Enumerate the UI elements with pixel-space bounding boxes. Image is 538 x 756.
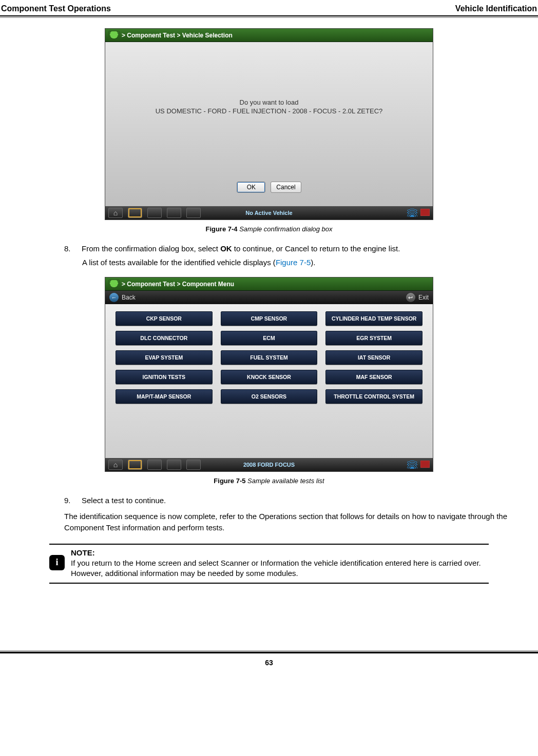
header-left: Component Test Operations [1,4,111,13]
caption-italic: Sample confirmation dialog box [238,225,333,233]
home-icon[interactable] [108,460,123,470]
component-menu-grid: CKP SENSOR CMP SENSOR CYLINDER HEAD TEMP… [116,311,422,404]
caption-bold: Figure 7-5 [214,477,245,485]
menu-cmp-sensor[interactable]: CMP SENSOR [221,311,318,326]
menu-cylinder-head-temp[interactable]: CYLINDER HEAD TEMP SENSOR [325,311,422,326]
dialog-prompt-line2: US DOMESTIC - FORD - FUEL INJECTION - 20… [156,107,383,115]
note-body: If you return to the Home screen and sel… [71,559,481,578]
menu-throttle-control[interactable]: THROTTLE CONTROL SYSTEM [325,389,422,404]
ok-button[interactable]: OK [237,182,265,193]
body-paragraph: The identification sequence is now compl… [64,511,538,533]
note-box: i NOTE: If you return to the Home screen… [49,548,489,584]
info-icon: i [49,555,65,570]
menu-maf-sensor[interactable]: MAF SENSOR [325,370,422,384]
figure-7-5: > Component Test > Component Menu ← Back… [0,277,538,472]
breadcrumb-text: > Component Test > Component Menu [122,281,234,288]
battery-icon [420,461,430,468]
breadcrumb-text: > Component Test > Vehicle Selection [122,32,233,39]
step-number: 9. [64,495,75,506]
screenshot-component-menu: > Component Test > Component Menu ← Back… [105,277,433,472]
caption-italic: Sample available tests list [245,477,324,485]
bottom-toolbar: No Active Vehicle [105,206,433,220]
menu-iat-sensor[interactable]: IAT SENSOR [325,350,422,365]
step-9-text: Select a test to continue. [82,495,166,506]
breadcrumb-bar: > Component Test > Vehicle Selection [105,29,433,42]
step-9: 9. Select a test to continue. [64,495,538,506]
breadcrumb-bar: > Component Test > Component Menu [105,277,433,291]
menu-ckp-sensor[interactable]: CKP SENSOR [116,311,213,326]
step-number: 8. [64,243,75,254]
toolbar-icon-selected[interactable] [128,460,142,470]
figure-7-4-caption: Figure 7-4 Sample confirmation dialog bo… [0,225,538,233]
step-8: 8. From the confirmation dialog box, sel… [64,243,538,254]
menu-egr-system[interactable]: EGR SYSTEM [325,331,422,345]
figure-7-5-caption: Figure 7-5 Sample available tests list [0,477,538,485]
toolbar-icon[interactable] [186,460,201,470]
dialog-body: Do you want to load US DOMESTIC - FORD -… [105,42,433,206]
back-button[interactable]: ← Back [109,293,136,302]
cancel-button[interactable]: Cancel [271,182,301,193]
toolbar-icon[interactable] [186,208,201,218]
toolbar-icon[interactable] [167,460,181,470]
bottom-toolbar: 2008 FORD FOCUS [105,458,433,471]
exit-button[interactable]: ↩ Exit [406,293,429,302]
figure-7-4: > Component Test > Vehicle Selection Do … [0,28,538,220]
dialog-prompt-line1: Do you want to load [240,98,299,106]
home-icon[interactable] [108,208,123,218]
figure-7-5-link[interactable]: Figure 7-5 [276,258,311,267]
menu-dlc-connector[interactable]: DLC CONNECTOR [116,331,213,345]
toolbar-icon-selected[interactable] [128,208,142,218]
menu-ignition-tests[interactable]: IGNITION TESTS [116,370,213,384]
menu-o2-sensors[interactable]: O2 SENSORS [221,389,318,404]
page-number: 63 [0,653,538,677]
caption-bold: Figure 7-4 [205,225,237,233]
menu-ecm[interactable]: ECM [221,331,318,345]
screenshot-confirmation-dialog: > Component Test > Vehicle Selection Do … [105,28,433,220]
top-toolbar: ← Back ↩ Exit [105,291,433,304]
battery-icon [420,209,430,216]
tree-icon [108,280,120,289]
step-8-continuation: A list of tests available for the identi… [82,257,538,268]
menu-evap-system[interactable]: EVAP SYSTEM [116,350,213,365]
menu-map-tmap-sensor[interactable]: MAP/T-MAP SENSOR [116,389,213,404]
menu-knock-sensor[interactable]: KNOCK SENSOR [221,370,318,384]
page-header: Component Test Operations Vehicle Identi… [0,0,538,15]
wifi-icon [407,209,417,217]
note-rule-top [49,544,489,545]
note-label: NOTE: [71,548,95,557]
component-menu-body: CKP SENSOR CMP SENSOR CYLINDER HEAD TEMP… [105,304,433,458]
status-text: 2008 FORD FOCUS [243,462,295,468]
menu-fuel-system[interactable]: FUEL SYSTEM [221,350,318,365]
tree-icon [108,31,120,40]
toolbar-icon[interactable] [167,208,181,218]
exit-icon: ↩ [406,293,415,302]
header-rule [0,15,538,18]
header-right: Vehicle Identification [455,4,537,13]
toolbar-icon[interactable] [147,460,162,470]
status-text: No Active Vehicle [245,210,292,216]
toolbar-icon[interactable] [147,208,162,218]
back-icon: ← [109,293,119,302]
step-8-text: From the confirmation dialog box, select… [82,243,400,254]
wifi-icon [407,461,417,469]
